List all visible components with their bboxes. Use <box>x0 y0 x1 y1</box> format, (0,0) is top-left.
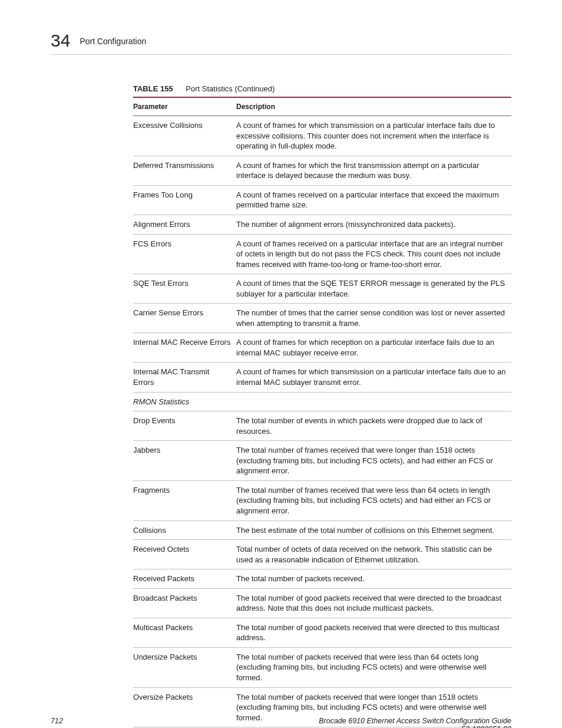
table-row: Drop EventsThe total number of events in… <box>133 411 511 441</box>
cell-description: The total number of good packets receive… <box>236 618 511 647</box>
table-row: Internal MAC Transmit ErrorsA count of f… <box>133 363 511 392</box>
table-row: Excessive CollisionsA count of frames fo… <box>133 116 511 156</box>
table-row: Received PacketsThe total number of pack… <box>133 569 511 589</box>
table-caption: TABLE 155 Port Statistics (Continued) <box>133 84 511 93</box>
cell-parameter: Internal MAC Transmit Errors <box>133 363 236 392</box>
cell-description: A count of frames received on a particul… <box>236 185 511 215</box>
cell-description: Total number of octets of data received … <box>236 540 511 569</box>
chapter-number: 34 <box>51 31 70 51</box>
cell-parameter: Collisions <box>133 521 236 540</box>
cell-parameter: SQE Test Errors <box>133 274 236 304</box>
cell-parameter: Received Packets <box>133 569 236 589</box>
cell-description: A count of frames for which the first tr… <box>236 156 511 185</box>
table-row: Deferred TransmissionsA count of frames … <box>133 156 511 185</box>
table-header-row: Parameter Description <box>133 97 511 116</box>
col-head-parameter: Parameter <box>133 97 236 116</box>
cell-description: A count of times that the SQE TEST ERROR… <box>236 274 511 304</box>
cell-parameter: Jabbers <box>133 441 236 481</box>
table-row: SQE Test ErrorsA count of times that the… <box>133 274 511 304</box>
cell-description: The total number of frames received that… <box>236 441 511 481</box>
cell-parameter: Internal MAC Receive Errors <box>133 333 236 363</box>
cell-description: A count of frames for which transmission… <box>236 363 511 392</box>
cell-description: The best estimate of the total number of… <box>236 521 511 540</box>
table-row: Undersize PacketsThe total number of pac… <box>133 647 511 687</box>
cell-parameter: Alignment Errors <box>133 215 236 235</box>
cell-description: A count of frames for which reception on… <box>236 333 511 363</box>
cell-parameter: FCS Errors <box>133 234 236 274</box>
cell-parameter: Carrier Sense Errors <box>133 304 236 333</box>
page-footer: 712 Brocade 6910 Ethernet Access Switch … <box>51 717 511 728</box>
cell-parameter: Broadcast Packets <box>133 588 236 618</box>
table-label: TABLE 155 <box>133 84 173 93</box>
cell-parameter: Excessive Collisions <box>133 116 236 156</box>
table-row: Carrier Sense ErrorsThe number of times … <box>133 304 511 333</box>
cell-parameter: RMON Statistics <box>133 392 236 411</box>
cell-parameter: Multicast Packets <box>133 618 236 647</box>
cell-parameter: Drop Events <box>133 411 236 441</box>
table-row: CollisionsThe best estimate of the total… <box>133 521 511 540</box>
cell-parameter: Deferred Transmissions <box>133 156 236 185</box>
cell-description: A count of frames for which transmission… <box>236 116 511 156</box>
cell-description: The number of times that the carrier sen… <box>236 304 511 333</box>
table-row: FragmentsThe total number of frames rece… <box>133 480 511 521</box>
table-row: RMON Statistics <box>133 392 511 411</box>
footer-doc-title: Brocade 6910 Ethernet Access Switch Conf… <box>319 717 511 725</box>
table-row: JabbersThe total number of frames receiv… <box>133 441 511 481</box>
cell-description: The total number of good packets receive… <box>236 588 511 618</box>
table-row: Frames Too LongA count of frames receive… <box>133 185 511 215</box>
cell-description: The total number of frames received that… <box>236 480 511 521</box>
footer-doc-number: 53-1002651-02 <box>319 725 511 728</box>
page-number: 712 <box>51 717 63 728</box>
chapter-title: Port Configuration <box>80 37 146 46</box>
table-row: Internal MAC Receive ErrorsA count of fr… <box>133 333 511 363</box>
table-row: FCS ErrorsA count of frames received on … <box>133 234 511 274</box>
cell-description: The total number of events in which pack… <box>236 411 511 441</box>
cell-parameter: Undersize Packets <box>133 647 236 687</box>
cell-description: The total number of packets received tha… <box>236 647 511 687</box>
table-row: Multicast PacketsThe total number of goo… <box>133 618 511 647</box>
running-header: 34 Port Configuration <box>51 31 511 55</box>
statistics-table: Parameter Description Excessive Collisio… <box>133 97 511 727</box>
table-row: Received OctetsTotal number of octets of… <box>133 540 511 569</box>
cell-description: The total number of packets received. <box>236 569 511 589</box>
footer-doc-info: Brocade 6910 Ethernet Access Switch Conf… <box>319 717 511 728</box>
table-block: TABLE 155 Port Statistics (Continued) Pa… <box>133 84 511 727</box>
cell-parameter: Fragments <box>133 480 236 521</box>
cell-description <box>236 392 511 411</box>
cell-description: The number of alignment errors (missynch… <box>236 215 511 235</box>
cell-parameter: Received Octets <box>133 540 236 569</box>
table-row: Alignment ErrorsThe number of alignment … <box>133 215 511 235</box>
cell-parameter: Frames Too Long <box>133 185 236 215</box>
table-row: Broadcast PacketsThe total number of goo… <box>133 588 511 618</box>
page: 34 Port Configuration TABLE 155 Port Sta… <box>0 0 562 728</box>
cell-description: A count of frames received on a particul… <box>236 234 511 274</box>
col-head-description: Description <box>236 97 511 116</box>
table-title: Port Statistics (Continued) <box>186 84 275 93</box>
